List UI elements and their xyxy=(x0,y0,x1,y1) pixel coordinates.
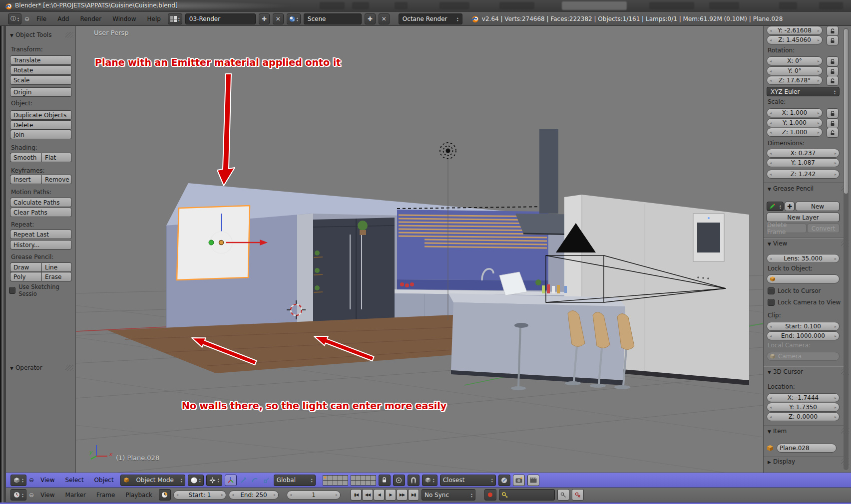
lock-icon[interactable] xyxy=(827,26,839,36)
dimension-y-field[interactable]: ◂Y: 1.087▸ xyxy=(767,158,840,167)
menu-marker[interactable]: Marker xyxy=(61,492,90,499)
add-scene-button[interactable]: ✚ xyxy=(365,13,376,24)
gp-erase-button[interactable]: Erase xyxy=(41,272,72,281)
cursor-y-field[interactable]: ◂Y: 1.7350▸ xyxy=(767,403,840,412)
auto-keyframe-record-button[interactable] xyxy=(484,489,496,501)
play-button[interactable]: ▶ xyxy=(385,489,396,501)
editor-type-button[interactable]: ▴▾ xyxy=(10,489,26,501)
menu-window[interactable]: Window xyxy=(108,15,140,22)
translate-manipulator-icon[interactable] xyxy=(239,475,248,486)
rotation-y-field[interactable]: ◂Y: 0°▸ xyxy=(767,66,823,75)
menu-view[interactable]: View xyxy=(36,477,58,484)
translate-button[interactable]: Translate xyxy=(10,55,72,65)
lock-icon[interactable] xyxy=(827,35,839,45)
repeat-last-button[interactable]: Repeat Last xyxy=(10,230,72,239)
lens-field[interactable]: ◂Lens: 35.000▸ xyxy=(767,254,840,263)
render-engine-select[interactable]: Octane Render ▴▾ xyxy=(399,13,462,24)
remove-keyframe-button[interactable]: Remove xyxy=(41,175,72,184)
history-button[interactable]: History... xyxy=(10,240,72,250)
lock-icon[interactable] xyxy=(827,66,839,76)
opengl-render-anim-icon[interactable] xyxy=(527,475,539,486)
npanel-scrollbar-thumb[interactable] xyxy=(844,29,848,194)
clip-end-field[interactable]: ◂End: 1000.000▸ xyxy=(767,331,840,340)
opengl-render-image-icon[interactable] xyxy=(513,475,525,486)
editor-type-button[interactable]: ⓘ ▴▾ xyxy=(8,13,21,24)
scale-x-field[interactable]: ◂X: 1.000▸ xyxy=(767,108,823,117)
layer-cell-active[interactable] xyxy=(323,476,328,480)
rotation-z-field[interactable]: ◂Z: 17.678°▸ xyxy=(767,76,823,85)
delete-layout-button[interactable]: ✕ xyxy=(273,13,284,24)
lock-icon[interactable] xyxy=(827,128,839,138)
menu-frame[interactable]: Frame xyxy=(92,492,119,499)
lock-icon[interactable] xyxy=(827,76,839,86)
viewport-shading-select[interactable]: ▴▾ xyxy=(188,475,204,486)
delete-button[interactable]: Delete xyxy=(10,120,72,130)
item-panel-header[interactable]: ▼Item xyxy=(768,428,787,435)
pivot-point-select[interactable]: ▴▾ xyxy=(206,475,222,486)
sync-mode-select[interactable]: No Sync ▴▾ xyxy=(422,489,475,501)
menu-add[interactable]: Add xyxy=(53,15,73,22)
gp-convert-button[interactable]: Convert xyxy=(807,224,840,233)
screen-layout-name-field[interactable]: 03-Render xyxy=(185,13,256,24)
gp-new-layer-button[interactable]: New Layer xyxy=(767,213,840,222)
dimension-x-field[interactable]: ◂X: 0.237▸ xyxy=(767,149,840,158)
menu-select[interactable]: Select xyxy=(61,477,88,484)
menu-object[interactable]: Object xyxy=(90,477,118,484)
gp-new-button[interactable]: New xyxy=(796,202,840,211)
local-camera-picker[interactable]: Camera xyxy=(767,352,840,361)
snap-magnet-icon[interactable] xyxy=(408,475,420,486)
join-button[interactable]: Join xyxy=(10,130,72,139)
sketching-session-checkbox[interactable] xyxy=(9,287,15,294)
lock-icon[interactable] xyxy=(827,108,839,118)
display-panel-header[interactable]: ▶Display xyxy=(768,458,795,465)
gp-datablock-select[interactable]: ▴▾ xyxy=(767,202,784,211)
cursor-z-field[interactable]: ◂Z: 0.0000▸ xyxy=(767,412,840,421)
lock-object-picker[interactable] xyxy=(767,274,840,283)
gp-poly-button[interactable]: Poly xyxy=(10,272,41,281)
insert-keyframe-button[interactable]: Insert xyxy=(10,175,41,184)
screen-layout-selector-icon[interactable]: ▴▾ xyxy=(168,13,182,24)
play-reverse-button[interactable]: ◀ xyxy=(374,489,385,501)
clear-paths-button[interactable]: Clear Paths xyxy=(10,208,72,217)
operator-panel-header[interactable]: ▼Operator xyxy=(10,364,42,371)
flat-button[interactable]: Flat xyxy=(41,153,72,162)
manipulator-toggle-button[interactable] xyxy=(225,475,237,486)
view-panel-header[interactable]: ▼View xyxy=(768,240,787,247)
snap-element-select[interactable]: ▴▾ xyxy=(422,475,437,486)
delete-keyframe-icon[interactable] xyxy=(572,489,584,501)
proportional-edit-icon[interactable] xyxy=(393,475,405,486)
collapse-menus-button[interactable]: ⊖ xyxy=(24,15,29,22)
lock-to-cursor-checkbox[interactable] xyxy=(768,287,775,294)
menu-help[interactable]: Help xyxy=(143,15,164,22)
rotation-x-field[interactable]: ◂X: 0°▸ xyxy=(767,56,823,65)
location-y-field[interactable]: ◂Y: -2.61608▸ xyxy=(767,26,823,35)
rotate-manipulator-icon[interactable] xyxy=(251,475,260,486)
collapse-menus-button[interactable]: ⊖ xyxy=(29,477,34,484)
gp-delete-frame-button[interactable]: Delete Frame xyxy=(767,224,807,233)
frame-start-field[interactable]: ◂Start: 1▸ xyxy=(173,491,226,500)
lock-icon[interactable] xyxy=(827,56,839,66)
prev-keyframe-button[interactable]: ◀◀ xyxy=(362,489,373,501)
menu-render[interactable]: Render xyxy=(76,15,105,22)
smooth-button[interactable]: Smooth xyxy=(10,153,41,162)
scale-button[interactable]: Scale xyxy=(10,75,72,85)
snap-target-select[interactable]: Closest ▴▾ xyxy=(440,475,496,486)
origin-button[interactable]: Origin xyxy=(10,87,72,97)
viewport-3d[interactable]: User Persp Plane with an Emitter materia… xyxy=(76,26,763,473)
panel-grip[interactable] xyxy=(65,365,73,371)
grease-pencil-panel-header[interactable]: ▼Grease Pencil xyxy=(768,185,814,192)
lock-to-scene-icon[interactable] xyxy=(379,475,391,486)
lock-camera-checkbox[interactable] xyxy=(768,299,775,306)
gp-line-button[interactable]: Line xyxy=(41,262,72,272)
keying-set-field[interactable] xyxy=(499,489,555,501)
gp-draw-button[interactable]: Draw xyxy=(10,262,41,272)
scene-name-field[interactable]: Scene xyxy=(304,13,362,24)
dimension-z-field[interactable]: ◂Z: 1.242▸ xyxy=(767,170,840,179)
panel-grip[interactable] xyxy=(65,32,73,38)
duplicate-objects-button[interactable]: Duplicate Objects xyxy=(10,110,72,120)
next-keyframe-button[interactable]: ▶▶ xyxy=(397,489,408,501)
lock-icon[interactable] xyxy=(827,118,839,128)
rotation-mode-select[interactable]: XYZ Euler▴▾ xyxy=(767,87,840,96)
mode-select[interactable]: Object Mode ▴▾ xyxy=(120,475,185,486)
jump-to-end-button[interactable]: ▶▮ xyxy=(408,489,419,501)
